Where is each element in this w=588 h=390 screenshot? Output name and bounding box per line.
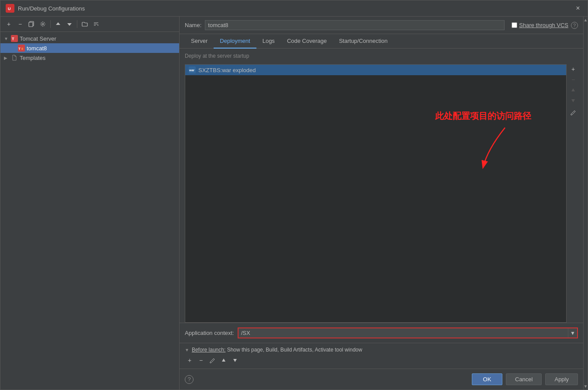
before-launch-remove-button[interactable]: − <box>196 355 206 365</box>
deploy-add-button[interactable]: + <box>568 64 578 74</box>
deploy-side-buttons: + − <box>567 64 578 323</box>
left-toolbar: + − <box>0 17 179 32</box>
right-scrollbar: ▲ ▼ <box>583 17 588 390</box>
svg-text:U: U <box>8 7 11 11</box>
before-launch-header: ▼ Before launch: Show this page, Build, … <box>185 347 578 353</box>
remove-config-button[interactable]: − <box>15 19 25 29</box>
app-context-dropdown[interactable]: ▼ <box>568 328 577 338</box>
deploy-section: Deploy at the server startup <box>180 49 583 64</box>
app-context-section: Application context: ▼ <box>180 323 583 343</box>
title-bar: U Run/Debug Configurations × <box>0 0 588 17</box>
deploy-list-area: war SXZTBS:war exploded 此处配置项目的访问路径 <box>180 64 583 323</box>
copy-config-button[interactable] <box>27 19 36 29</box>
deploy-down-button[interactable] <box>568 96 578 105</box>
bottom-buttons: ? OK Cancel Apply <box>180 369 583 390</box>
tree-item-tomcat8[interactable]: ▶ T 8 tomcat8 <box>0 43 179 53</box>
deploy-remove-button[interactable]: − <box>568 75 578 84</box>
share-label: Share through VCS <box>519 22 568 28</box>
before-launch-section: ▼ Before launch: Show this page, Build, … <box>180 343 583 369</box>
tab-deployment[interactable]: Deployment <box>214 34 256 49</box>
deploy-edit-button[interactable] <box>568 108 578 118</box>
tab-server[interactable]: Server <box>185 34 214 49</box>
scroll-down-arrow[interactable]: ▼ <box>584 384 588 389</box>
templates-icon <box>11 54 18 61</box>
deploy-list: war SXZTBS:war exploded 此处配置项目的访问路径 <box>185 64 567 323</box>
close-button[interactable]: × <box>574 4 582 13</box>
sort-button[interactable] <box>91 19 101 29</box>
tomcat8-icon: T 8 <box>18 45 25 52</box>
annotation-text: 此处配置项目的访问路径 <box>435 110 531 122</box>
share-section: Share through VCS ? <box>512 22 578 29</box>
before-launch-detail: Show this page, Build, Build Artifacts, … <box>227 347 363 353</box>
scroll-up-arrow[interactable]: ▲ <box>584 17 588 22</box>
name-input[interactable] <box>205 20 505 30</box>
deploy-item[interactable]: war SXZTBS:war exploded <box>185 65 566 75</box>
before-launch-up-button[interactable] <box>219 355 228 365</box>
up-button[interactable] <box>53 19 63 29</box>
app-context-label: Application context: <box>185 330 234 336</box>
svg-text:8: 8 <box>21 47 23 50</box>
tomcat-server-label: Tomcat Server <box>20 35 176 42</box>
cancel-button[interactable]: Cancel <box>506 373 542 385</box>
tab-logs[interactable]: Logs <box>256 34 281 49</box>
tabs-bar: Server Deployment Logs Code Coverage Sta… <box>180 34 583 49</box>
before-launch-toggle[interactable]: ▼ <box>185 348 189 352</box>
share-help-icon[interactable]: ? <box>571 22 578 29</box>
before-launch-text: Before launch: Show this page, Build, Bu… <box>192 347 362 353</box>
before-launch-edit-button[interactable] <box>208 355 217 365</box>
annotation-area: 此处配置项目的访问路径 <box>185 75 566 206</box>
dialog-title: Run/Debug Configurations <box>18 5 85 12</box>
add-config-button[interactable]: + <box>4 19 14 29</box>
war-icon: war <box>189 66 196 73</box>
tree-arrow-tomcat-server: ▼ <box>4 36 9 41</box>
name-bar: Name: Share through VCS ? <box>180 17 583 34</box>
share-checkbox[interactable] <box>512 22 517 28</box>
name-label: Name: <box>185 22 201 28</box>
svg-text:war: war <box>189 69 194 72</box>
svg-text:T: T <box>18 47 21 51</box>
settings-button[interactable] <box>38 19 48 29</box>
app-icon: U <box>6 4 14 13</box>
apply-button[interactable]: Apply <box>545 373 578 385</box>
before-launch-label: Before launch: <box>192 347 225 353</box>
tree-arrow-templates: ▶ <box>4 56 9 60</box>
tab-startup-connection[interactable]: Startup/Connection <box>333 34 394 49</box>
deploy-at-startup-label: Deploy at the server startup <box>185 53 578 59</box>
svg-rect-3 <box>29 22 33 27</box>
before-launch-toolbar: + − <box>185 355 578 365</box>
app-context-input-wrapper: ▼ <box>238 327 578 338</box>
tomcat-server-icon: T <box>11 35 18 42</box>
folder-button[interactable] <box>80 19 90 29</box>
help-button[interactable]: ? <box>185 375 194 384</box>
tab-content-deployment: Deploy at the server startup war <box>180 49 583 369</box>
annotation-arrow <box>470 123 522 176</box>
templates-label: Templates <box>20 55 176 61</box>
before-launch-add-button[interactable]: + <box>185 355 194 365</box>
deploy-item-label: SXZTBS:war exploded <box>198 67 256 73</box>
tab-code-coverage[interactable]: Code Coverage <box>281 34 333 49</box>
tomcat8-label: tomcat8 <box>27 45 176 52</box>
before-launch-down-button[interactable] <box>230 355 240 365</box>
svg-text:T: T <box>12 37 14 41</box>
tree-item-templates[interactable]: ▶ Templates <box>0 53 179 63</box>
down-button[interactable] <box>65 19 74 29</box>
tree-item-tomcat-server[interactable]: ▼ T Tomcat Server <box>0 34 179 43</box>
ok-button[interactable]: OK <box>472 373 502 385</box>
config-tree: ▼ T Tomcat Server ▶ T <box>0 32 179 390</box>
share-checkbox-label[interactable]: Share through VCS <box>512 22 568 28</box>
svg-point-4 <box>42 23 44 25</box>
app-context-input[interactable] <box>239 328 568 338</box>
deploy-up-button[interactable] <box>568 85 578 95</box>
